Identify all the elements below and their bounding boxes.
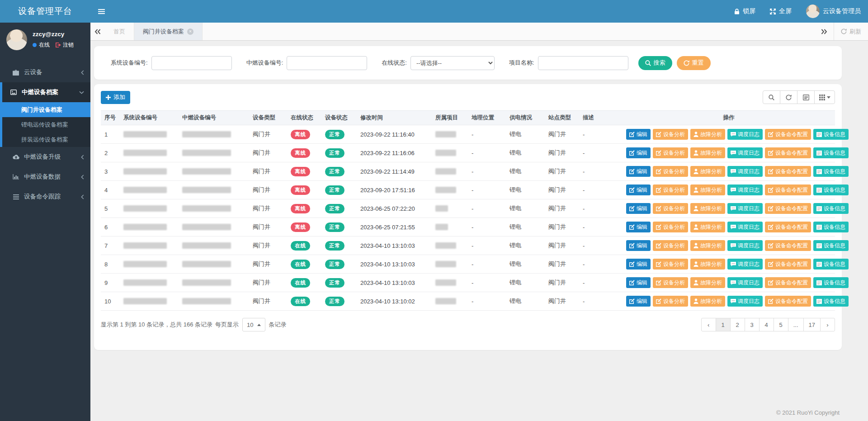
device-analysis-button[interactable]: 设备分析 [653, 277, 688, 288]
sidebar-toggle-button[interactable] [90, 0, 112, 23]
device-command-config-button[interactable]: 设备命令配置 [765, 277, 811, 288]
device-analysis-button[interactable]: 设备分析 [653, 129, 688, 140]
fault-analysis-button[interactable]: 故障分析 [690, 166, 725, 177]
edit-button[interactable]: 编辑 [626, 277, 651, 288]
page-button-5[interactable]: 5 [774, 318, 788, 331]
device-info-button[interactable]: 设备信息 [813, 166, 849, 177]
device-analysis-button[interactable]: 设备分析 [653, 259, 688, 270]
device-analysis-button[interactable]: 设备分析 [653, 184, 688, 195]
table-refresh-button[interactable] [780, 90, 797, 104]
dispatch-log-button[interactable]: 调度日志 [727, 129, 763, 140]
page-button-3[interactable]: 3 [745, 318, 760, 331]
prev-page-button[interactable]: ‹ [701, 318, 716, 331]
search-button[interactable]: 搜索 [638, 56, 672, 70]
edit-button[interactable]: 编辑 [626, 147, 651, 158]
project-name-input[interactable] [538, 56, 628, 70]
device-analysis-button[interactable]: 设备分析 [653, 147, 688, 158]
edit-button[interactable]: 编辑 [626, 166, 651, 177]
tab-home[interactable]: 首页 [105, 23, 134, 40]
next-page-button[interactable]: › [820, 318, 835, 331]
device-command-config-button[interactable]: 设备命令配置 [765, 147, 811, 158]
sidebar-item-zr-device-upgrade[interactable]: 中燃设备升级 [2, 147, 90, 167]
page-button-2[interactable]: 2 [730, 318, 745, 331]
device-info-button[interactable]: 设备信息 [813, 129, 849, 140]
add-button[interactable]: 添加 [101, 91, 130, 104]
fault-analysis-button[interactable]: 故障分析 [690, 203, 725, 214]
edit-button[interactable]: 编辑 [626, 240, 651, 251]
device-command-config-button[interactable]: 设备命令配置 [765, 203, 811, 214]
device-command-config-button[interactable]: 设备命令配置 [765, 184, 811, 195]
device-command-config-button[interactable]: 设备命令配置 [765, 296, 811, 307]
edit-button[interactable]: 编辑 [626, 129, 651, 140]
device-info-button[interactable]: 设备信息 [813, 277, 849, 288]
page-ellipsis[interactable]: ... [788, 318, 804, 331]
device-info-button[interactable]: 设备信息 [813, 184, 849, 195]
device-analysis-button[interactable]: 设备分析 [653, 203, 688, 214]
fault-analysis-button[interactable]: 故障分析 [690, 296, 725, 307]
sidebar-item-cloud-devices[interactable]: 云设备 [2, 62, 90, 82]
fault-analysis-button[interactable]: 故障分析 [690, 277, 725, 288]
sidebar-item-zr-device-archive[interactable]: 中燃设备档案 [2, 82, 90, 102]
logout-button[interactable]: 注销 [56, 41, 74, 49]
user-menu[interactable]: 云设备管理员 [799, 0, 868, 23]
edit-button[interactable]: 编辑 [626, 184, 651, 195]
device-command-config-button[interactable]: 设备命令配置 [765, 222, 811, 232]
device-analysis-button[interactable]: 设备分析 [653, 296, 688, 307]
device-command-config-button[interactable]: 设备命令配置 [765, 166, 811, 177]
system-device-no-input[interactable] [151, 56, 232, 70]
table-detail-view-button[interactable] [797, 90, 815, 104]
edit-button[interactable]: 编辑 [626, 203, 651, 214]
page-button-1[interactable]: 1 [716, 318, 731, 331]
online-status-select[interactable]: --请选择-- [410, 56, 495, 70]
fullscreen-button[interactable]: 全屏 [763, 0, 799, 23]
reset-button[interactable]: 重置 [677, 56, 711, 70]
device-info-button[interactable]: 设备信息 [813, 147, 849, 158]
fault-analysis-button[interactable]: 故障分析 [690, 222, 725, 232]
device-info-button[interactable]: 设备信息 [813, 222, 849, 232]
device-info-button[interactable]: 设备信息 [813, 259, 849, 270]
fault-analysis-button[interactable]: 故障分析 [690, 129, 725, 140]
page-button-17[interactable]: 17 [803, 318, 821, 331]
dispatch-log-button[interactable]: 调度日志 [727, 296, 763, 307]
dispatch-log-button[interactable]: 调度日志 [727, 184, 763, 195]
edit-button[interactable]: 编辑 [626, 222, 651, 232]
zr-device-no-input[interactable] [287, 56, 367, 70]
device-info-button[interactable]: 设备信息 [813, 203, 849, 214]
fault-analysis-button[interactable]: 故障分析 [690, 184, 725, 195]
dispatch-log-button[interactable]: 调度日志 [727, 277, 763, 288]
sidebar-subitem-lithium-remote-archive[interactable]: 锂电远传设备档案 [2, 117, 90, 132]
fault-analysis-button[interactable]: 故障分析 [690, 240, 725, 251]
sidebar-item-zr-device-data[interactable]: 中燃设备数据 [2, 167, 90, 187]
page-button-4[interactable]: 4 [759, 318, 774, 331]
tab-close-icon[interactable]: × [187, 28, 193, 35]
tab-valve-well-archive[interactable]: 阀门井设备档案 × [134, 23, 203, 40]
device-analysis-button[interactable]: 设备分析 [653, 240, 688, 251]
edit-button[interactable]: 编辑 [626, 296, 651, 307]
sidebar-subitem-valve-well-archive[interactable]: 阀门井设备档案 [2, 102, 90, 117]
sidebar-subitem-assembled-remote-archive[interactable]: 拼装远传设备档案 [2, 132, 90, 147]
table-columns-button[interactable] [814, 90, 835, 104]
device-info-button[interactable]: 设备信息 [813, 296, 849, 307]
fault-analysis-button[interactable]: 故障分析 [690, 259, 725, 270]
page-size-select[interactable]: 10 [242, 318, 265, 331]
edit-button[interactable]: 编辑 [626, 259, 651, 270]
tabs-scroll-left-button[interactable] [90, 23, 105, 40]
table-search-toggle-button[interactable] [763, 90, 780, 104]
dispatch-log-button[interactable]: 调度日志 [727, 166, 763, 177]
fault-analysis-button[interactable]: 故障分析 [690, 147, 725, 158]
device-info-button[interactable]: 设备信息 [813, 240, 849, 251]
device-command-config-button[interactable]: 设备命令配置 [765, 240, 811, 251]
sidebar-item-device-command-trace[interactable]: 设备命令跟踪 [2, 187, 90, 207]
device-analysis-button[interactable]: 设备分析 [653, 166, 688, 177]
dispatch-log-button[interactable]: 调度日志 [727, 147, 763, 158]
tabs-scroll-right-button[interactable] [815, 23, 834, 40]
lock-screen-button[interactable]: 锁屏 [727, 0, 763, 23]
dispatch-log-button[interactable]: 调度日志 [727, 203, 763, 214]
refresh-tab-button[interactable]: 刷新 [834, 23, 868, 40]
device-command-config-button[interactable]: 设备命令配置 [765, 129, 811, 140]
dispatch-log-button[interactable]: 调度日志 [727, 240, 763, 251]
dispatch-log-button[interactable]: 调度日志 [727, 259, 763, 270]
device-analysis-button[interactable]: 设备分析 [653, 222, 688, 232]
device-command-config-button[interactable]: 设备命令配置 [765, 259, 811, 270]
dispatch-log-button[interactable]: 调度日志 [727, 222, 763, 232]
